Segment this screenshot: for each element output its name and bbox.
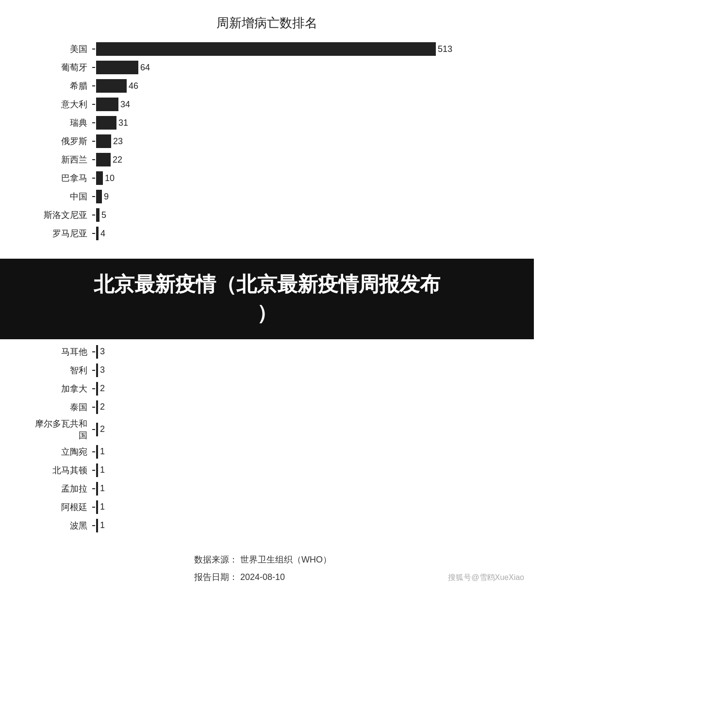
bar-row: 美国513 — [29, 41, 505, 57]
source-label: 数据来源： — [194, 555, 238, 564]
bar-value: 513 — [438, 44, 452, 54]
bar-dash — [92, 388, 95, 389]
bar-fill — [96, 98, 118, 111]
chart-title: 周新增病亡数排名 — [0, 0, 534, 41]
bar-row: 巴拿马10 — [29, 170, 505, 186]
bar-dash — [92, 67, 95, 68]
bar-dash — [92, 233, 95, 234]
bar-fill — [96, 345, 98, 359]
bar-value: 31 — [118, 118, 128, 128]
bar-track: 2 — [92, 382, 505, 396]
bar-track: 513 — [92, 42, 505, 56]
bar-value: 10 — [105, 173, 115, 183]
bar-value: 64 — [140, 63, 150, 73]
bar-row: 摩尔多瓦共和国2 — [29, 418, 505, 441]
bar-track: 1 — [92, 500, 505, 514]
bar-label: 立陶宛 — [29, 446, 92, 458]
date-value: 2024-08-10 — [240, 572, 285, 582]
footer-info: 数据来源： 世界卫生组织（WHO） 报告日期： 2024-08-10 — [0, 546, 534, 591]
bar-fill — [96, 208, 99, 222]
bar-label: 智利 — [29, 364, 92, 376]
bar-label: 葡萄牙 — [29, 62, 92, 73]
bar-label: 加拿大 — [29, 383, 92, 395]
bar-fill — [96, 423, 98, 436]
bar-value: 46 — [129, 81, 138, 91]
bar-track: 4 — [92, 227, 505, 240]
bar-row: 瑞典31 — [29, 115, 505, 131]
bar-label: 泰国 — [29, 401, 92, 413]
bar-dash — [92, 429, 95, 430]
bar-dash — [92, 470, 95, 471]
bar-row: 泰国2 — [29, 399, 505, 415]
bar-fill — [96, 382, 98, 396]
bar-fill — [96, 153, 111, 166]
bar-track: 3 — [92, 364, 505, 377]
bar-track: 34 — [92, 98, 505, 111]
bar-track: 31 — [92, 116, 505, 130]
bar-row: 智利3 — [29, 363, 505, 378]
bar-dash — [92, 178, 95, 179]
bar-track: 46 — [92, 79, 505, 93]
bar-label: 巴拿马 — [29, 172, 92, 184]
bar-value: 23 — [113, 136, 123, 147]
bar-fill — [96, 61, 138, 74]
bar-label: 北马其顿 — [29, 464, 92, 476]
bar-value: 1 — [100, 465, 105, 475]
bar-label: 中国 — [29, 191, 92, 202]
bar-fill — [96, 445, 98, 459]
bar-fill — [96, 463, 98, 477]
bar-label: 美国 — [29, 43, 92, 55]
bar-row: 孟加拉1 — [29, 481, 505, 496]
bar-row: 希腊46 — [29, 78, 505, 94]
bar-fill — [96, 171, 103, 185]
bar-value: 1 — [100, 447, 105, 457]
bar-value: 2 — [100, 383, 105, 394]
bar-dash — [92, 407, 95, 408]
source-value: 世界卫生组织（WHO） — [240, 555, 331, 564]
bar-row: 中国9 — [29, 189, 505, 204]
bar-track: 1 — [92, 463, 505, 477]
bar-track: 1 — [92, 445, 505, 459]
bar-value: 1 — [100, 520, 105, 530]
bar-value: 2 — [100, 402, 105, 412]
bar-fill — [96, 134, 111, 148]
bar-label: 俄罗斯 — [29, 135, 92, 147]
bar-value: 34 — [120, 99, 130, 110]
bar-label: 罗马尼亚 — [29, 228, 92, 239]
bar-row: 马耳他3 — [29, 344, 505, 360]
bar-row: 立陶宛1 — [29, 444, 505, 460]
bar-value: 3 — [100, 347, 105, 357]
bar-label: 摩尔多瓦共和国 — [29, 418, 92, 441]
chart-bottom: 马耳他3智利3加拿大2泰国2摩尔多瓦共和国2立陶宛1北马其顿1孟加拉1阿根廷1波… — [0, 344, 534, 546]
bar-dash — [92, 507, 95, 508]
bar-row: 阿根廷1 — [29, 499, 505, 515]
bar-row: 斯洛文尼亚5 — [29, 207, 505, 223]
bar-label: 孟加拉 — [29, 483, 92, 495]
bar-row: 罗马尼亚4 — [29, 226, 505, 241]
bar-value: 4 — [100, 229, 105, 239]
bar-label: 阿根廷 — [29, 501, 92, 513]
bar-label: 波黑 — [29, 520, 92, 531]
bar-fill — [96, 116, 116, 130]
bar-track: 1 — [92, 482, 505, 496]
bar-label: 希腊 — [29, 80, 92, 92]
bar-track: 2 — [92, 423, 505, 436]
bar-row: 加拿大2 — [29, 381, 505, 397]
bar-row: 葡萄牙64 — [29, 60, 505, 75]
bar-label: 瑞典 — [29, 117, 92, 129]
bar-label: 意大利 — [29, 99, 92, 110]
bar-dash — [92, 85, 95, 86]
bar-track: 10 — [92, 171, 505, 185]
bar-row: 意大利34 — [29, 97, 505, 112]
bar-label: 新西兰 — [29, 154, 92, 165]
bar-value: 5 — [101, 210, 106, 220]
bar-value: 2 — [100, 424, 105, 434]
bar-dash — [92, 122, 95, 123]
bar-fill — [96, 400, 98, 414]
bar-dash — [92, 451, 95, 452]
bar-track: 22 — [92, 153, 505, 166]
bar-dash — [92, 141, 95, 142]
bar-value: 3 — [100, 365, 105, 375]
bar-fill — [96, 519, 98, 532]
bar-dash — [92, 525, 95, 526]
